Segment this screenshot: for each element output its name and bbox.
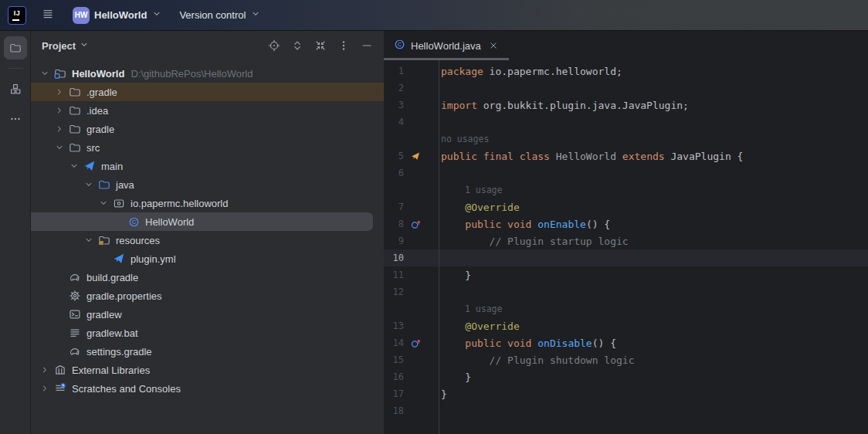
code-line-8[interactable]: 8 public void onEnable() { (384, 215, 868, 232)
editor-gutter[interactable]: 6 (384, 164, 439, 181)
editor-gutter[interactable]: 11 (384, 266, 439, 283)
editor-gutter[interactable]: 7 (384, 198, 439, 215)
inlay-hint[interactable]: 1 usage (384, 181, 868, 198)
tree-row-idea[interactable]: .idea (31, 101, 384, 120)
editor-gutter[interactable]: 1 (384, 63, 439, 80)
tree-row-gradle[interactable]: gradle (31, 120, 384, 138)
svg-text:C: C (398, 42, 402, 47)
code-line-15[interactable]: 15 // Plugin shutdown logic (384, 351, 868, 368)
code-line-13[interactable]: 13 @Override (384, 317, 868, 334)
code-line-5[interactable]: 5public final class HelloWorld extends J… (384, 147, 868, 164)
tree-row-resources[interactable]: resources (31, 231, 384, 249)
editor-gutter[interactable] (384, 131, 439, 147)
editor-gutter[interactable] (384, 300, 439, 317)
code-line-11[interactable]: 11 } (384, 266, 868, 283)
tree-row-gradlew-bat[interactable]: gradlew.bat (31, 324, 384, 342)
code-editor[interactable]: 1package io.papermc.helloworld;23import … (384, 60, 868, 434)
editor-gutter[interactable]: 15 (384, 351, 439, 368)
inlay-hint-text[interactable]: no usages (439, 134, 489, 144)
editor-gutter[interactable]: 10 (384, 249, 439, 266)
tree-row-external-libraries[interactable]: External Libraries (31, 361, 384, 379)
project-view-selector[interactable]: Project (42, 39, 90, 53)
editor-gutter[interactable] (384, 181, 439, 198)
code-line-10[interactable]: 10 (384, 249, 868, 266)
editor-gutter[interactable]: 14 (384, 334, 439, 351)
chevron-right-icon[interactable] (53, 124, 66, 134)
code-line-7[interactable]: 7 @Override (384, 198, 868, 215)
tree-row-scratches-and-consoles[interactable]: Scratches and Consoles (31, 379, 384, 398)
tab-close-button[interactable] (488, 40, 499, 51)
inlay-hint-text[interactable]: 1 usage (439, 303, 502, 314)
line-number: 13 (384, 320, 404, 331)
override-icon[interactable] (411, 338, 421, 348)
tree-row-src[interactable]: src (31, 138, 384, 157)
hide-button[interactable] (358, 36, 376, 55)
chevron-down-icon[interactable] (97, 198, 110, 209)
tab-helloworld-java[interactable]: C HelloWorld.java (384, 31, 509, 60)
editor-gutter[interactable]: 12 (384, 283, 439, 300)
code-line-4[interactable]: 4 (384, 114, 868, 131)
code-line-18[interactable]: 18 (384, 402, 868, 419)
editor-gutter[interactable]: 3 (384, 97, 439, 114)
intellij-logo-text: IJ (14, 9, 21, 17)
tree-row-plugin-yml[interactable]: plugin.yml (31, 249, 384, 268)
activity-button-more-horizontal[interactable] (4, 107, 27, 131)
tree-row-gradlew[interactable]: gradlew (31, 305, 384, 324)
hamburger-icon[interactable] (42, 8, 54, 20)
inlay-hint-text[interactable]: 1 usage (439, 185, 502, 195)
tree-row-helloworld[interactable]: HelloWorldD:\githubRePos\HelloWorld (31, 64, 384, 83)
code-line-3[interactable]: 3import org.bukkit.plugin.java.JavaPlugi… (384, 97, 868, 114)
chevron-down-icon[interactable] (68, 161, 80, 171)
vcs-widget[interactable]: Version control (175, 5, 266, 25)
editor-gutter[interactable]: 2 (384, 80, 439, 97)
chevron-right-icon[interactable] (53, 86, 66, 97)
chevron-right-icon[interactable] (53, 105, 66, 116)
editor-gutter[interactable]: 13 (384, 317, 439, 334)
tree-row-build-gradle[interactable]: build.gradle (31, 268, 384, 287)
line-number: 11 (384, 270, 404, 280)
chevron-down-icon[interactable] (83, 235, 95, 246)
editor-gutter[interactable]: 16 (384, 368, 439, 385)
editor-gutter[interactable]: 4 (384, 114, 439, 131)
editor-gutter[interactable]: 17 (384, 385, 439, 402)
tree-row-gradle[interactable]: .gradle (31, 83, 384, 101)
override-icon[interactable] (411, 219, 421, 229)
chevron-right-icon[interactable] (39, 364, 51, 375)
tree-row-helloworld[interactable]: CHelloWorld (31, 212, 373, 231)
chevron-down-icon[interactable] (53, 142, 66, 153)
inlay-hint[interactable]: 1 usage (384, 300, 868, 317)
tree-row-main[interactable]: main (31, 157, 384, 175)
tree-row-java[interactable]: java (31, 175, 384, 194)
paper-plugin-icon[interactable] (411, 151, 420, 161)
project-widget[interactable]: HW HelloWorld (68, 4, 167, 27)
editor-gutter[interactable]: 8 (384, 215, 439, 232)
line-number: 5 (384, 151, 404, 161)
activity-button-project-folder-view[interactable] (4, 36, 27, 59)
code-line-12[interactable]: 12 (384, 283, 868, 300)
code-line-6[interactable]: 6 (384, 164, 868, 181)
tree-row-settings-gradle[interactable]: settings.gradle (31, 342, 384, 361)
editor-gutter[interactable]: 18 (384, 402, 439, 419)
code-line-1[interactable]: 1package io.papermc.helloworld; (384, 63, 868, 80)
locate-button[interactable] (265, 36, 283, 55)
chevron-down-icon[interactable] (39, 68, 51, 79)
chevron-right-icon[interactable] (39, 383, 51, 394)
main-menu-button[interactable] (42, 8, 54, 22)
more-vertical-button[interactable] (334, 36, 353, 55)
code-line-17[interactable]: 17} (384, 385, 868, 402)
tree-row-io-papermc-helloworld[interactable]: io.papermc.helloworld (31, 194, 384, 212)
code-line-9[interactable]: 9 // Plugin startup logic (384, 232, 868, 249)
chevron-down-icon[interactable] (83, 179, 95, 190)
editor-gutter[interactable]: 5 (384, 147, 439, 164)
code-line-16[interactable]: 16 } (384, 368, 868, 385)
inlay-hint[interactable]: no usages (384, 131, 868, 147)
code-line-text: // Plugin shutdown logic (439, 354, 634, 366)
code-line-2[interactable]: 2 (384, 80, 868, 97)
activity-button-modules[interactable] (4, 77, 27, 100)
tree-row-gradle-properties[interactable]: gradle.properties (31, 287, 384, 305)
collapse-all-button[interactable] (311, 36, 330, 55)
expand-all-button[interactable] (288, 36, 307, 55)
code-line-text: @Override (439, 202, 520, 213)
editor-gutter[interactable]: 9 (384, 232, 439, 249)
code-line-14[interactable]: 14 public void onDisable() { (384, 334, 868, 351)
